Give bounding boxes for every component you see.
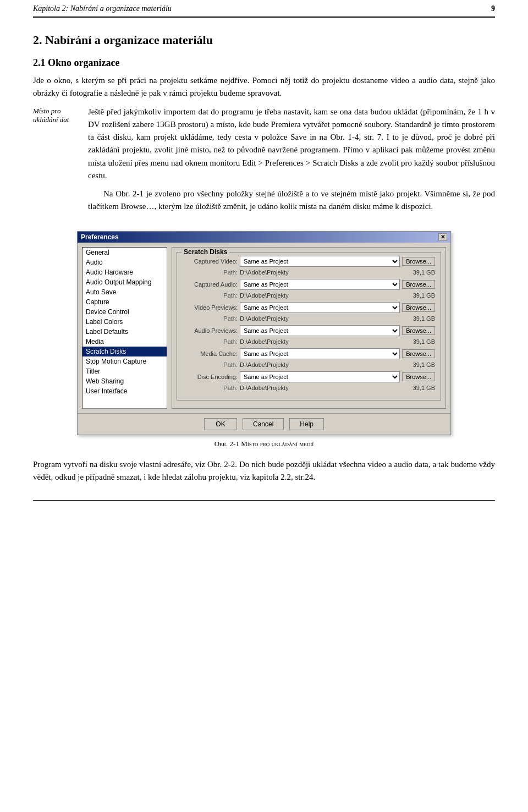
nav-item-general[interactable]: General [82,248,167,257]
path-label-3: Path: [183,315,238,322]
close-button[interactable]: ✕ [438,233,447,241]
cancel-button[interactable]: Cancel [243,418,284,430]
audio-previews-row: Audio Previews: Same as Project Browse..… [183,325,435,336]
audio-previews-size: 39,1 GB [405,338,435,345]
disc-encoding-select[interactable]: Same as Project [240,371,400,382]
figure-preferences: Preferences ✕ General Audio Audio Hardwa… [33,231,495,448]
video-previews-label: Video Previews: [183,304,238,311]
captured-video-row: Captured Video: Same as Project Browse..… [183,256,435,267]
scratch-disks-group: Scratch Disks Captured Video: Same as Pr… [177,252,441,400]
audio-previews-path-row: Path: D:\Adobe\Projekty 39,1 GB [183,338,435,345]
nav-item-scratch-disks[interactable]: Scratch Disks [82,347,167,356]
section-title: 2.1 Okno organizace [33,57,495,69]
content-with-sidebar: Místo pro ukládání dat Ještě před jakýmk… [33,106,495,219]
captured-audio-path-row: Path: D:\Adobe\Projekty 39,1 GB [183,292,435,299]
preferences-dialog[interactable]: Preferences ✕ General Audio Audio Hardwa… [77,231,451,435]
captured-audio-row: Captured Audio: Same as Project Browse..… [183,279,435,290]
nav-item-autosave[interactable]: Auto Save [82,287,167,297]
media-cache-size: 39,1 GB [405,361,435,368]
path-label-1: Path: [183,269,238,276]
path-label-2: Path: [183,292,238,299]
captured-video-browse[interactable]: Browse... [402,257,435,266]
header-left: Kapitola 2: Nabírání a organizace materi… [33,4,172,13]
captured-video-size: 39,1 GB [405,269,435,276]
right-panel: Scratch Disks Captured Video: Same as Pr… [172,247,446,409]
captured-video-path-row: Path: D:\Adobe\Projekty 39,1 GB [183,269,435,276]
header-page-number: 9 [491,4,495,13]
media-cache-path: D:\Adobe\Projekty [240,361,403,368]
captured-audio-browse[interactable]: Browse... [402,280,435,289]
disc-encoding-path-row: Path: D:\Adobe\Projekty 39,1 GB [183,385,435,391]
dialog-title: Preferences [81,233,119,241]
group-title: Scratch Disks [182,248,229,256]
captured-video-label: Captured Video: [183,258,238,265]
paragraph-3: Na Obr. 2-1 je zvoleno pro všechny polož… [88,188,495,213]
media-cache-select[interactable]: Same as Project [240,348,400,359]
nav-item-label-defaults[interactable]: Label Defaults [82,327,167,337]
figure-caption: Obr. 2-1 Místo pro ukládání medií [215,440,314,448]
path-label-6: Path: [183,385,238,391]
audio-previews-select[interactable]: Same as Project [240,325,400,336]
page: Kapitola 2: Nabírání a organizace materi… [0,0,528,523]
ok-button[interactable]: OK [204,418,237,430]
video-previews-path: D:\Adobe\Projekty [240,315,403,322]
nav-item-stop-motion[interactable]: Stop Motion Capture [82,356,167,366]
nav-item-audio[interactable]: Audio [82,257,167,267]
video-previews-path-row: Path: D:\Adobe\Projekty 39,1 GB [183,315,435,322]
captured-audio-size: 39,1 GB [405,292,435,299]
footer-divider [33,500,495,501]
media-cache-label: Media Cache: [183,350,238,357]
nav-item-device-control[interactable]: Device Control [82,307,167,317]
paragraph-2: Ještě před jakýmkoliv importem dat do pr… [88,106,495,183]
audio-previews-browse[interactable]: Browse... [402,326,435,335]
captured-video-select[interactable]: Same as Project [240,256,400,267]
disc-encoding-size: 39,1 GB [405,385,435,391]
dialog-body: General Audio Audio Hardware Audio Outpu… [78,243,450,413]
path-label-5: Path: [183,361,238,368]
dialog-footer: OK Cancel Help [78,413,450,435]
nav-item-audio-output[interactable]: Audio Output Mapping [82,277,167,287]
nav-item-web-sharing[interactable]: Web Sharing [82,376,167,386]
nav-item-media[interactable]: Media [82,337,167,347]
video-previews-row: Video Previews: Same as Project Browse..… [183,302,435,313]
sidebar-label: Místo pro ukládání dat [33,106,88,219]
disc-encoding-browse[interactable]: Browse... [402,372,435,381]
audio-previews-path: D:\Adobe\Projekty [240,338,403,345]
media-cache-row: Media Cache: Same as Project Browse... [183,348,435,359]
video-previews-browse[interactable]: Browse... [402,303,435,312]
disc-encoding-path: D:\Adobe\Projekty [240,385,403,391]
captured-audio-select[interactable]: Same as Project [240,279,400,290]
chapter-title: 2. Nabírání a organizace materiálu [33,33,495,47]
dialog-titlebar: Preferences ✕ [78,232,450,243]
captured-video-path: D:\Adobe\Projekty [240,269,403,276]
nav-item-label-colors[interactable]: Label Colors [82,317,167,327]
nav-panel: General Audio Audio Hardware Audio Outpu… [82,247,167,409]
captured-audio-path: D:\Adobe\Projekty [240,292,403,299]
nav-item-capture[interactable]: Capture [82,297,167,307]
page-header: Kapitola 2: Nabírání a organizace materi… [33,0,495,18]
video-previews-size: 39,1 GB [405,315,435,322]
disc-encoding-row: Disc Encoding: Same as Project Browse... [183,371,435,382]
nav-item-titler[interactable]: Titler [82,366,167,376]
captured-audio-label: Captured Audio: [183,281,238,288]
paragraph-1: Jde o okno, s kterým se při práci na pro… [33,74,495,100]
nav-item-user-interface[interactable]: User Interface [82,386,167,396]
path-label-4: Path: [183,338,238,345]
nav-item-audio-hardware[interactable]: Audio Hardware [82,267,167,277]
media-cache-browse[interactable]: Browse... [402,349,435,358]
main-text-block: Ještě před jakýmkoliv importem dat do pr… [88,106,495,219]
help-button[interactable]: Help [289,418,324,430]
bottom-paragraph: Program vytvoří na disku svoje vlastní a… [33,458,495,484]
disc-encoding-label: Disc Encoding: [183,374,238,380]
media-cache-path-row: Path: D:\Adobe\Projekty 39,1 GB [183,361,435,368]
video-previews-select[interactable]: Same as Project [240,302,400,313]
audio-previews-label: Audio Previews: [183,327,238,334]
